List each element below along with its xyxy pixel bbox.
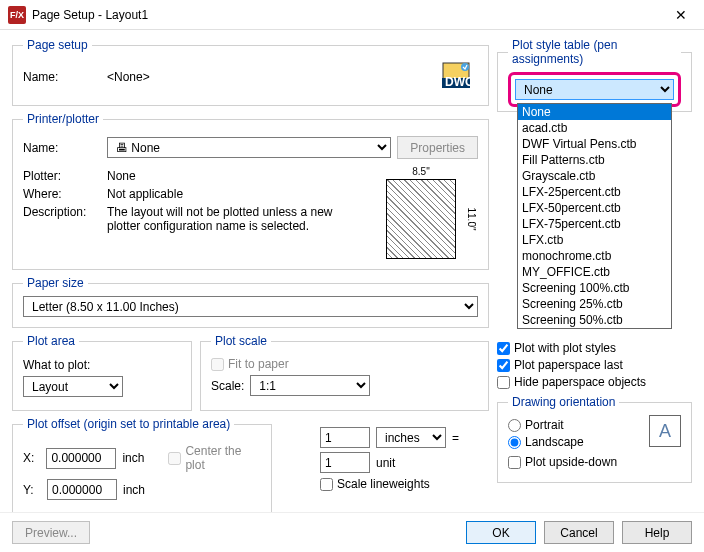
x-unit: inch xyxy=(122,451,144,465)
plot-style-option[interactable]: LFX-25percent.ctb xyxy=(518,184,671,200)
paper-size-legend: Paper size xyxy=(23,276,88,290)
dialog-buttons: Preview... OK Cancel Help xyxy=(0,512,704,552)
plot-style-option[interactable]: LFX-50percent.ctb xyxy=(518,200,671,216)
orientation-group: Drawing orientation Portrait Landscape A… xyxy=(497,395,692,483)
desc-label: Description: xyxy=(23,205,101,219)
plot-style-option[interactable]: Screening 50%.ctb xyxy=(518,312,671,328)
plot-offset-legend: Plot offset (origin set to printable are… xyxy=(23,417,234,431)
y-input[interactable] xyxy=(47,479,117,500)
what-to-plot-select[interactable]: Layout xyxy=(23,376,123,397)
plot-scale-group: Plot scale Fit to paper Scale:1:1 xyxy=(200,334,489,411)
page-setup-legend: Page setup xyxy=(23,38,92,52)
dwg-icon: DWG xyxy=(442,62,472,91)
plot-style-option[interactable]: DWF Virtual Pens.ctb xyxy=(518,136,671,152)
paper-size-group: Paper size Letter (8.50 x 11.00 Inches) xyxy=(12,276,489,328)
scale-unit-label: unit xyxy=(376,456,395,470)
scale-label: Scale: xyxy=(211,379,244,393)
where-label: Where: xyxy=(23,187,101,201)
plot-with-styles-checkbox[interactable] xyxy=(497,342,510,355)
plot-style-group: Plot style table (pen assignments) None … xyxy=(497,38,692,112)
paper-preview: 8.5" 11.0" xyxy=(386,179,456,259)
paper-size-select[interactable]: Letter (8.50 x 11.00 Inches) xyxy=(23,296,478,317)
scale-num2-input[interactable] xyxy=(320,452,370,473)
plot-style-option[interactable]: Screening 25%.ctb xyxy=(518,296,671,312)
plotter-label: Plotter: xyxy=(23,169,101,183)
printer-name-select[interactable]: 🖶 None xyxy=(107,137,391,158)
page-setup-name-label: Name: xyxy=(23,70,101,84)
app-icon: F/X xyxy=(8,6,26,24)
help-button[interactable]: Help xyxy=(622,521,692,544)
center-plot-checkbox xyxy=(168,452,181,465)
plot-style-option[interactable]: monochrome.ctb xyxy=(518,248,671,264)
plot-area-group: Plot area What to plot: Layout xyxy=(12,334,192,411)
plot-style-option[interactable]: None xyxy=(518,104,671,120)
plot-style-option[interactable]: Screening 100%.ctb xyxy=(518,280,671,296)
ok-button[interactable]: OK xyxy=(466,521,536,544)
fit-to-paper-checkbox xyxy=(211,358,224,371)
plotter-value: None xyxy=(107,169,136,183)
fit-to-paper-label: Fit to paper xyxy=(228,357,289,371)
scale-lineweights-label: Scale lineweights xyxy=(337,477,430,491)
hide-paperspace-checkbox[interactable] xyxy=(497,376,510,389)
printer-legend: Printer/plotter xyxy=(23,112,103,126)
center-plot-label: Center the plot xyxy=(185,444,261,472)
upside-down-checkbox[interactable] xyxy=(508,456,521,469)
portrait-radio[interactable] xyxy=(508,419,521,432)
plot-scale-legend: Plot scale xyxy=(211,334,271,348)
dialog-content: Page setup Name: <None> DWG Printer/plot… xyxy=(0,30,704,529)
scale-num1-input[interactable] xyxy=(320,427,370,448)
properties-button: Properties xyxy=(397,136,478,159)
plot-style-select[interactable]: None xyxy=(515,79,674,100)
preview-button: Preview... xyxy=(12,521,90,544)
plot-style-option[interactable]: Grayscale.ctb xyxy=(518,168,671,184)
x-label: X: xyxy=(23,451,40,465)
paper-height: 11.0" xyxy=(466,207,477,230)
upside-down-label: Plot upside-down xyxy=(525,455,617,469)
plot-style-dropdown-list[interactable]: Noneacad.ctbDWF Virtual Pens.ctbFill Pat… xyxy=(517,103,672,329)
plot-area-legend: Plot area xyxy=(23,334,79,348)
scale-units-select[interactable]: inches xyxy=(376,427,446,448)
where-value: Not applicable xyxy=(107,187,183,201)
hide-paperspace-label: Hide paperspace objects xyxy=(514,375,646,389)
y-unit: inch xyxy=(123,483,145,497)
desc-value: The layout will not be plotted unless a … xyxy=(107,205,368,233)
landscape-label: Landscape xyxy=(525,435,584,449)
plot-paperspace-label: Plot paperspace last xyxy=(514,358,623,372)
x-input[interactable] xyxy=(46,448,116,469)
window-title: Page Setup - Layout1 xyxy=(32,8,666,22)
landscape-radio[interactable] xyxy=(508,436,521,449)
titlebar: F/X Page Setup - Layout1 ✕ xyxy=(0,0,704,30)
plot-style-legend: Plot style table (pen assignments) xyxy=(508,38,681,66)
orientation-legend: Drawing orientation xyxy=(508,395,619,409)
plot-offset-group: Plot offset (origin set to printable are… xyxy=(12,417,272,515)
page-setup-group: Page setup Name: <None> DWG xyxy=(12,38,489,106)
orientation-icon: A xyxy=(649,415,681,447)
plot-style-option[interactable]: acad.ctb xyxy=(518,120,671,136)
page-setup-name-value: <None> xyxy=(107,70,150,84)
plot-paperspace-checkbox[interactable] xyxy=(497,359,510,372)
scale-lineweights-checkbox[interactable] xyxy=(320,478,333,491)
scale-select[interactable]: 1:1 xyxy=(250,375,370,396)
plot-style-option[interactable]: MY_OFFICE.ctb xyxy=(518,264,671,280)
y-label: Y: xyxy=(23,483,41,497)
plot-style-option[interactable]: Fill Patterns.ctb xyxy=(518,152,671,168)
plot-style-option[interactable]: LFX-75percent.ctb xyxy=(518,216,671,232)
paper-width: 8.5" xyxy=(387,166,455,177)
plot-style-option[interactable]: LFX.ctb xyxy=(518,232,671,248)
cancel-button[interactable]: Cancel xyxy=(544,521,614,544)
scale-eq: = xyxy=(452,431,459,445)
plot-with-styles-label: Plot with plot styles xyxy=(514,341,616,355)
plot-style-highlight: None Noneacad.ctbDWF Virtual Pens.ctbFil… xyxy=(508,72,681,107)
what-to-plot-label: What to plot: xyxy=(23,358,90,372)
printer-name-label: Name: xyxy=(23,141,101,155)
close-icon[interactable]: ✕ xyxy=(666,7,696,23)
portrait-label: Portrait xyxy=(525,418,564,432)
svg-text:DWG: DWG xyxy=(445,75,472,88)
printer-group: Printer/plotter Name: 🖶 None Properties … xyxy=(12,112,489,270)
